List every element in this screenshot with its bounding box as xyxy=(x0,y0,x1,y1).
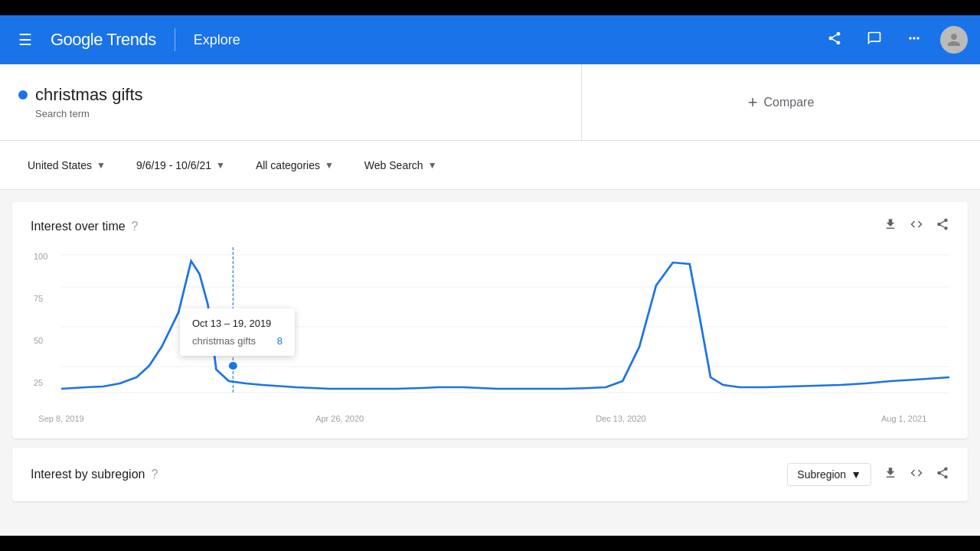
region-chevron-icon: ▼ xyxy=(96,160,106,171)
search-type-filter[interactable]: Web Search ▼ xyxy=(355,153,446,178)
compare-label: Compare xyxy=(764,96,815,109)
x-label-aug2021: Aug 1, 2021 xyxy=(881,414,926,423)
search-term-box: christmas gifts Search term xyxy=(0,64,582,140)
search-dot xyxy=(18,90,28,99)
search-type-chevron-icon: ▼ xyxy=(428,160,437,171)
filters-bar: United States ▼ 9/6/19 - 10/6/21 ▼ All c… xyxy=(0,141,980,190)
apps-icon[interactable] xyxy=(900,24,928,56)
download-icon[interactable] xyxy=(884,217,897,235)
y-axis-50: 50 xyxy=(34,336,43,345)
feedback-icon[interactable] xyxy=(861,24,888,56)
top-black-bar xyxy=(0,0,980,15)
subregion-download-icon[interactable] xyxy=(884,466,897,484)
interest-over-time-card: Interest over time ? 100 75 50 25 xyxy=(12,202,968,439)
interest-by-subregion-card: Interest by subregion ? Subregion ▼ xyxy=(12,448,968,501)
chart-title: Interest over time xyxy=(31,220,126,233)
date-chevron-icon: ▼ xyxy=(216,160,225,171)
main-content: Interest over time ? 100 75 50 25 xyxy=(0,190,980,514)
subregion-chevron-icon: ▼ xyxy=(851,468,861,481)
y-axis-100: 100 xyxy=(34,252,47,261)
embed-icon[interactable] xyxy=(910,217,923,235)
x-label-sep2019: Sep 8, 2019 xyxy=(38,414,83,423)
svg-point-6 xyxy=(229,362,237,370)
category-label: All categories xyxy=(256,159,320,171)
avatar[interactable] xyxy=(940,26,968,54)
subregion-actions: Subregion ▼ xyxy=(787,463,949,486)
region-label: United States xyxy=(28,159,92,171)
bottom-black-bar xyxy=(0,536,980,551)
subregion-title: Interest by subregion xyxy=(31,468,145,481)
logo: Google Trends xyxy=(51,30,156,50)
help-icon[interactable]: ? xyxy=(132,220,139,233)
compare-plus-icon: + xyxy=(748,93,758,112)
share-chart-icon[interactable] xyxy=(936,217,949,235)
date-label: 9/6/19 - 10/6/21 xyxy=(136,159,211,171)
region-filter[interactable]: United States ▼ xyxy=(18,153,115,178)
subregion-share-icon[interactable] xyxy=(936,466,949,484)
search-term-label: Search term xyxy=(18,108,563,119)
card-title-row: Interest over time ? xyxy=(31,220,139,233)
bottom-card-header: Interest by subregion ? Subregion ▼ xyxy=(31,463,949,486)
compare-box[interactable]: + Compare xyxy=(582,64,980,140)
card-actions xyxy=(884,217,949,235)
x-axis-labels: Sep 8, 2019 Apr 26, 2020 Dec 13, 2020 Au… xyxy=(61,414,949,423)
explore-label: Explore xyxy=(194,32,240,48)
header-divider xyxy=(175,28,175,51)
subregion-help-icon[interactable]: ? xyxy=(151,468,158,481)
subregion-title-row: Interest by subregion ? xyxy=(31,468,158,481)
share-icon[interactable] xyxy=(821,24,848,56)
category-chevron-icon: ▼ xyxy=(325,160,334,171)
search-term-row: christmas gifts xyxy=(18,85,563,105)
compare-button[interactable]: + Compare xyxy=(748,93,815,112)
category-filter[interactable]: All categories ▼ xyxy=(247,153,343,178)
chart-container: 100 75 50 25 Sep 8 xyxy=(31,247,949,423)
menu-icon[interactable]: ☰ xyxy=(12,24,38,55)
subregion-embed-icon[interactable] xyxy=(910,466,923,484)
y-axis-75: 75 xyxy=(34,294,43,303)
search-area: christmas gifts Search term + Compare xyxy=(0,64,980,141)
subregion-select-label: Subregion xyxy=(797,468,846,481)
date-filter[interactable]: 9/6/19 - 10/6/21 ▼ xyxy=(127,153,234,178)
chart-card-header: Interest over time ? xyxy=(31,217,949,235)
subregion-select[interactable]: Subregion ▼ xyxy=(787,463,871,486)
y-axis-25: 25 xyxy=(34,378,43,387)
x-label-dec2020: Dec 13, 2020 xyxy=(596,414,645,423)
search-type-label: Web Search xyxy=(364,159,423,171)
x-label-apr2020: Apr 26, 2020 xyxy=(315,414,364,423)
header: ☰ Google Trends Explore xyxy=(0,15,980,64)
search-term-text[interactable]: christmas gifts xyxy=(35,85,143,105)
chart-svg xyxy=(61,247,949,400)
